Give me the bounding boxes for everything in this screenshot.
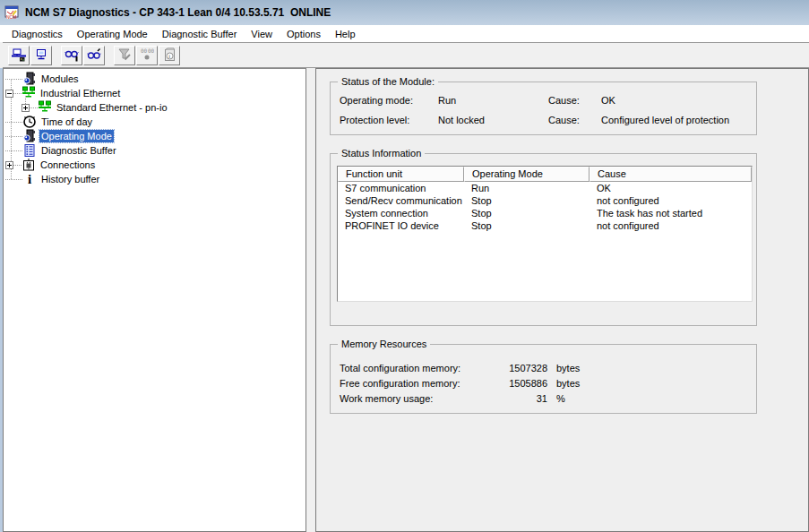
cyclic-update-icon — [65, 47, 79, 64]
menu-operating-mode[interactable]: Operating Mode — [70, 27, 155, 41]
cause-value: OK — [601, 95, 751, 106]
status-information-list: Function unit Operating Mode Cause S7 co… — [337, 166, 753, 302]
cell-operating-mode: Stop — [464, 207, 590, 219]
module-information-button[interactable]: i — [159, 46, 180, 65]
group-title: Memory Resources — [338, 339, 430, 349]
table-row[interactable]: PROFINET IO device Stop not configured — [338, 219, 752, 232]
cause-label: Cause: — [548, 115, 601, 125]
module-information-icon: i — [162, 47, 176, 64]
details-panel: Status of the Module: Operating mode: Ru… — [315, 68, 809, 532]
svg-text:i: i — [28, 172, 31, 186]
tree-item-diagnostic-buffer[interactable]: Diagnostic Buffer — [5, 143, 306, 158]
tree-item-industrial-ethernet[interactable]: Industrial Ethernet — [5, 86, 306, 100]
connect-online-button[interactable] — [8, 46, 30, 65]
cause-value: Configured level of protection — [601, 115, 751, 125]
expand-plus-icon[interactable] — [22, 104, 30, 112]
status-information-group: Status Information Function unit Operati… — [330, 153, 757, 326]
cell-cause: OK — [590, 182, 752, 194]
counters-icon: 00 00 — [140, 47, 154, 64]
module-icon — [22, 129, 37, 143]
tree-item-time-of-day[interactable]: Time of day — [5, 115, 306, 129]
cell-function-unit: S7 communication — [338, 182, 464, 194]
clock-icon — [22, 115, 37, 129]
expand-minus-icon[interactable] — [5, 90, 13, 98]
tree-item-label: Operating Mode — [39, 130, 114, 142]
main-content: Modules Industrial Ethernet — [0, 68, 809, 532]
cause-label: Cause: — [548, 95, 601, 106]
table-row[interactable]: S7 communication Run OK — [338, 182, 752, 194]
tree-connector — [13, 165, 22, 166]
protection-level-value: Not locked — [438, 115, 548, 125]
work-memory-usage-label: Work memory usage: — [340, 393, 494, 404]
menu-bar: Diagnostics Operating Mode Diagnostic Bu… — [0, 25, 809, 42]
update-icon — [87, 47, 101, 64]
counters-button[interactable]: 00 00 — [136, 46, 158, 65]
expand-plus-icon[interactable] — [5, 161, 13, 169]
table-row[interactable]: Send/Recv communication Stop not configu… — [338, 194, 752, 207]
free-config-memory-label: Free configuration memory: — [340, 378, 494, 389]
plug-icon — [22, 158, 36, 172]
work-memory-usage-unit: % — [547, 393, 751, 404]
module-status-group: Status of the Module: Operating mode: Ru… — [330, 82, 757, 135]
menu-diagnostics[interactable]: Diagnostics — [4, 27, 70, 41]
tree-item-label: History buffer — [39, 173, 101, 185]
group-title: Status Information — [338, 148, 425, 159]
cell-operating-mode: Stop — [464, 219, 590, 232]
free-config-memory-unit: bytes — [547, 378, 751, 389]
cell-operating-mode: Stop — [464, 194, 590, 207]
total-config-memory-unit: bytes — [547, 363, 751, 373]
menu-view[interactable]: View — [244, 27, 280, 41]
tree-connector — [5, 136, 22, 137]
tree-connector — [30, 107, 38, 108]
list-header: Function unit Operating Mode Cause — [338, 167, 752, 182]
tree-item-standard-ethernet[interactable]: Standard Ethernet - pn-io — [5, 100, 306, 115]
svg-text:00: 00 — [141, 47, 148, 54]
cell-cause: not configured — [590, 219, 752, 232]
column-header-function-unit[interactable]: Function unit — [338, 167, 464, 182]
tree-item-history-buffer[interactable]: i History buffer — [5, 172, 306, 186]
cyclic-update-button[interactable] — [61, 46, 82, 65]
menu-options[interactable]: Options — [280, 27, 328, 41]
station-button[interactable] — [30, 46, 52, 65]
tree-item-operating-mode[interactable]: Operating Mode — [5, 129, 306, 143]
cell-function-unit: System connection — [338, 207, 464, 219]
tree-connector — [5, 79, 22, 80]
buffer-icon — [22, 143, 37, 158]
column-header-cause[interactable]: Cause — [590, 167, 752, 182]
tree-item-label: Connections — [39, 159, 97, 171]
module-icon — [22, 72, 37, 86]
panel-splitter[interactable] — [306, 68, 315, 532]
table-row[interactable]: System connection Stop The task has not … — [338, 207, 752, 219]
menu-help[interactable]: Help — [328, 27, 363, 41]
tree-item-label: Diagnostic Buffer — [39, 144, 118, 157]
tree-item-modules[interactable]: Modules — [5, 72, 306, 86]
tree-connector — [13, 93, 22, 94]
cell-function-unit: PROFINET IO device — [338, 219, 464, 232]
info-icon: i — [22, 172, 37, 186]
update-button[interactable] — [83, 46, 105, 65]
station-icon — [34, 47, 48, 64]
cell-operating-mode: Run — [464, 182, 590, 194]
total-config-memory-label: Total configuration memory: — [340, 363, 494, 373]
diagnostics-tree: Modules Industrial Ethernet — [3, 68, 306, 532]
column-header-operating-mode[interactable]: Operating Mode — [464, 167, 590, 182]
svg-text:NCM: NCM — [6, 14, 16, 20]
tree-item-connections[interactable]: Connections — [5, 158, 306, 172]
filter-button[interactable] — [114, 46, 135, 65]
connect-online-icon — [12, 47, 26, 64]
cell-function-unit: Send/Recv communication — [338, 194, 464, 207]
group-title: Status of the Module: — [338, 76, 438, 87]
cell-cause: The task has not started — [590, 207, 752, 219]
tree-item-label: Industrial Ethernet — [39, 87, 122, 99]
tree-item-label: Modules — [39, 73, 81, 85]
toolbar: 00 00 i — [3, 42, 809, 68]
app-window: NCM NCM S7 Diagnostics - CP 343-1 Lean 0… — [0, 0, 809, 532]
protection-level-label: Protection level: — [340, 115, 438, 125]
svg-text:00: 00 — [148, 47, 154, 54]
work-memory-usage-value: 31 — [494, 393, 547, 404]
tree-connector — [5, 150, 22, 151]
tree-item-label: Standard Ethernet - pn-io — [55, 101, 169, 114]
operating-mode-label: Operating mode: — [340, 95, 438, 106]
menu-diagnostic-buffer[interactable]: Diagnostic Buffer — [155, 27, 245, 41]
tree-connector — [5, 179, 22, 180]
